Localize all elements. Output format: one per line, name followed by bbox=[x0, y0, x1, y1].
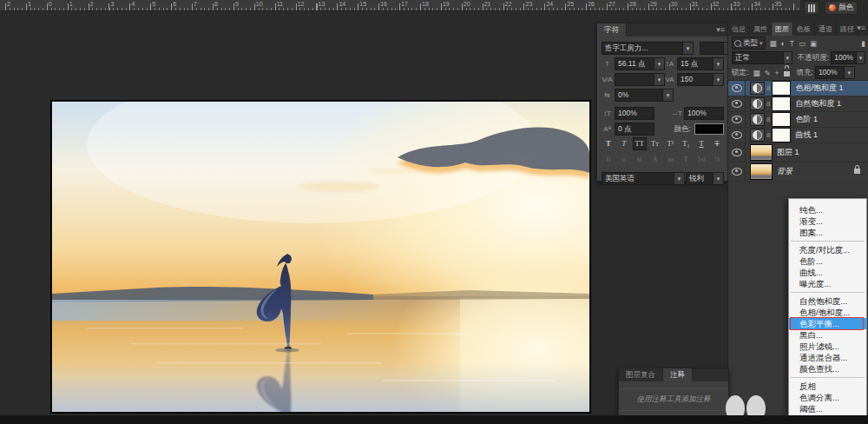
opacity-field[interactable]: 100% bbox=[831, 51, 857, 64]
layer-row[interactable]: 曲线 1 bbox=[728, 128, 868, 143]
visibility-toggle[interactable] bbox=[728, 81, 746, 96]
tracking-field[interactable]: 150 bbox=[677, 73, 713, 86]
baseline-shift-field[interactable]: 0 点 bbox=[615, 123, 654, 136]
lock-transparency-icon[interactable]: ▦ bbox=[753, 69, 760, 77]
layer-mask-thumbnail[interactable] bbox=[772, 128, 791, 142]
text-style-button[interactable]: T bbox=[710, 137, 724, 150]
menu-item[interactable]: 图案... bbox=[789, 227, 866, 238]
visibility-toggle[interactable] bbox=[728, 112, 746, 127]
proportional-spacing-field[interactable]: 0% bbox=[615, 89, 663, 102]
document-canvas[interactable] bbox=[51, 101, 590, 413]
opentype-button[interactable]: o bbox=[617, 153, 631, 166]
visibility-toggle[interactable] bbox=[728, 128, 746, 142]
text-style-button[interactable]: T₁ bbox=[679, 137, 693, 150]
panel-tab[interactable]: 通道 bbox=[815, 23, 837, 36]
opentype-button[interactable]: A bbox=[648, 153, 662, 166]
layer-mask-thumbnail[interactable] bbox=[772, 96, 791, 111]
text-color-swatch[interactable] bbox=[694, 123, 724, 135]
panel-tab[interactable]: 图层 bbox=[772, 23, 793, 36]
panel-tab[interactable]: 注释 bbox=[663, 368, 693, 381]
opentype-button[interactable]: st bbox=[633, 153, 647, 166]
filter-type-icon[interactable]: T bbox=[790, 39, 794, 48]
lock-pixels-icon[interactable]: ✎ bbox=[764, 69, 770, 77]
panel-tab[interactable]: 路径 bbox=[837, 23, 858, 36]
chevron-down-icon[interactable]: ▾ bbox=[674, 172, 685, 185]
menu-item[interactable] bbox=[791, 292, 865, 293]
opentype-button[interactable]: fi bbox=[602, 153, 615, 166]
text-style-button[interactable]: T bbox=[602, 137, 615, 150]
filter-kind-select[interactable]: 类型▾ bbox=[732, 36, 766, 50]
opentype-button[interactable]: ½ bbox=[710, 153, 724, 166]
lock-position-icon[interactable]: + bbox=[775, 69, 779, 77]
panel-menu-icon[interactable]: ▾≡ bbox=[857, 24, 865, 32]
layer-mask-thumbnail[interactable] bbox=[772, 81, 791, 96]
filter-pixel-icon[interactable]: ▦ bbox=[770, 39, 777, 48]
layer-name[interactable]: 色阶 1 bbox=[795, 114, 818, 125]
arrange-documents-button[interactable] bbox=[804, 1, 819, 15]
layer-name[interactable]: 曲线 1 bbox=[795, 129, 818, 141]
font-size-field[interactable]: 56.11 点 bbox=[615, 57, 654, 70]
visibility-toggle[interactable] bbox=[728, 162, 746, 181]
font-family-select[interactable]: 造字工房力... bbox=[602, 42, 683, 55]
menu-item[interactable]: 曲线... bbox=[789, 267, 866, 278]
layer-thumbnail[interactable] bbox=[750, 144, 773, 161]
panel-tab[interactable]: 图层复合 bbox=[619, 368, 663, 381]
language-select[interactable]: 美国英语 bbox=[602, 172, 674, 185]
filter-smart-object-icon[interactable]: ▣ bbox=[810, 39, 817, 48]
panel-tab[interactable]: 属性 bbox=[750, 23, 772, 36]
chevron-down-icon[interactable]: ▾ bbox=[713, 172, 724, 185]
menu-item[interactable]: 亮度/对比度... bbox=[789, 244, 866, 255]
panel-tab[interactable]: 信息 bbox=[728, 23, 750, 36]
panel-tab[interactable]: 色板 bbox=[793, 23, 815, 36]
menu-item[interactable]: 纯色... bbox=[789, 204, 866, 215]
menu-item[interactable]: 照片滤镜... bbox=[789, 341, 866, 352]
color-panel-button[interactable]: 颜色 bbox=[825, 1, 858, 15]
blend-mode-select[interactable]: 正常 bbox=[732, 51, 784, 64]
kerning-field[interactable] bbox=[615, 73, 654, 86]
chevron-down-icon[interactable]: ▾ bbox=[713, 73, 724, 86]
tab-character[interactable]: 字符 bbox=[597, 23, 627, 36]
adjustment-layer-thumbnail[interactable] bbox=[750, 129, 765, 142]
panel-menu-icon[interactable]: ▾≡ bbox=[716, 26, 725, 34]
menu-item[interactable]: 通道混合器... bbox=[789, 352, 866, 363]
menu-item[interactable] bbox=[791, 377, 865, 378]
text-style-button[interactable]: T bbox=[617, 137, 631, 150]
opentype-button[interactable]: T bbox=[679, 153, 693, 166]
layer-name[interactable]: 背景 bbox=[777, 166, 792, 177]
text-style-button[interactable]: T¹ bbox=[664, 137, 678, 150]
layer-name[interactable]: 自然饱和度 1 bbox=[795, 98, 841, 109]
menu-item[interactable]: 自然饱和度... bbox=[789, 295, 866, 307]
menu-item[interactable]: 渐变... bbox=[789, 215, 866, 227]
layer-row[interactable]: 色阶 1 bbox=[728, 112, 868, 128]
layer-row[interactable]: 图层 1 bbox=[728, 143, 868, 162]
opentype-button[interactable]: aa bbox=[664, 153, 678, 166]
chevron-down-icon[interactable]: ▾ bbox=[713, 57, 724, 70]
menu-item[interactable]: 色调分离... bbox=[789, 392, 866, 403]
menu-item[interactable]: 反相 bbox=[789, 381, 866, 392]
leading-field[interactable]: 15 点 bbox=[677, 57, 713, 70]
layer-row[interactable]: 色相/饱和度 1 bbox=[728, 81, 868, 96]
filter-shape-icon[interactable]: ▭ bbox=[799, 39, 806, 48]
vertical-scale-field[interactable]: 100% bbox=[615, 107, 654, 120]
filter-adjustment-icon[interactable]: ◐ bbox=[781, 39, 786, 48]
menu-item[interactable]: 色阶... bbox=[789, 255, 866, 267]
text-style-button[interactable]: Tᴛ bbox=[648, 137, 662, 150]
text-style-button[interactable]: TT bbox=[633, 137, 647, 150]
text-style-button[interactable]: T bbox=[694, 137, 708, 150]
adjustment-layer-thumbnail[interactable] bbox=[750, 97, 765, 110]
menu-item[interactable]: 颜色查找... bbox=[789, 363, 866, 374]
adjustment-layer-thumbnail[interactable] bbox=[750, 82, 765, 95]
chevron-down-icon[interactable]: ▾ bbox=[683, 42, 694, 55]
chevron-down-icon[interactable]: ▾ bbox=[845, 66, 855, 79]
layer-name[interactable]: 色相/饱和度 1 bbox=[795, 83, 843, 94]
layer-name[interactable]: 图层 1 bbox=[777, 147, 799, 158]
chevron-down-icon[interactable]: ▾ bbox=[857, 51, 865, 64]
antialias-select[interactable]: 锐利 bbox=[686, 172, 713, 185]
menu-item[interactable] bbox=[791, 241, 865, 242]
horizontal-ruler[interactable]: 2101234567891011121314151617181920212223… bbox=[0, 0, 803, 11]
font-style-select[interactable] bbox=[700, 42, 724, 55]
layer-thumbnail[interactable] bbox=[750, 163, 773, 180]
horizontal-scale-field[interactable]: 100% bbox=[684, 107, 724, 120]
opentype-button[interactable]: 1st bbox=[694, 153, 708, 166]
menu-item[interactable]: 黑白... bbox=[789, 329, 866, 341]
